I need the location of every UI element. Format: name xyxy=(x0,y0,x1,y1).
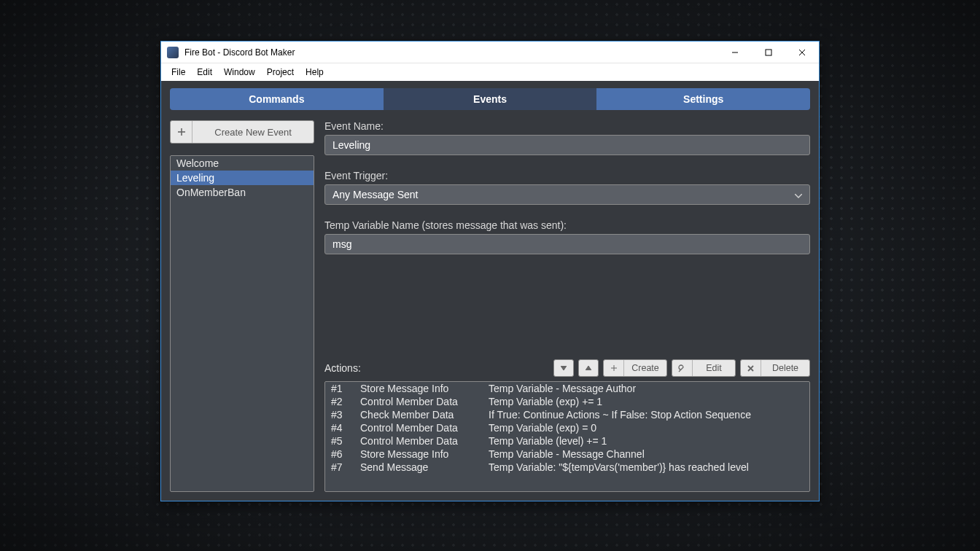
event-list: WelcomeLevelingOnMemberBan xyxy=(170,155,314,492)
action-row-detail: Temp Variable (level) += 1 xyxy=(489,435,809,447)
action-row-detail: If True: Continue Actions ~ If False: St… xyxy=(489,409,809,421)
action-row[interactable]: #7Send MessageTemp Variable: "${tempVars… xyxy=(325,461,809,474)
sidebar: Create New Event WelcomeLevelingOnMember… xyxy=(170,120,314,492)
action-row[interactable]: #4Control Member DataTemp Variable (exp)… xyxy=(325,421,809,434)
action-row-number: #4 xyxy=(325,422,360,434)
temp-var-value: msg xyxy=(332,238,351,250)
app-body: Commands Events Settings Create New Even… xyxy=(161,81,819,501)
action-row-name: Control Member Data xyxy=(360,435,489,447)
action-row-detail: Temp Variable (exp) = 0 xyxy=(489,422,809,434)
menu-help[interactable]: Help xyxy=(300,66,330,79)
titlebar: Fire Bot - Discord Bot Maker xyxy=(161,42,819,63)
menu-project[interactable]: Project xyxy=(261,66,300,79)
tab-commands[interactable]: Commands xyxy=(170,88,384,110)
action-row-number: #2 xyxy=(325,396,360,407)
action-row-name: Store Message Info xyxy=(360,383,489,394)
create-new-event-label: Create New Event xyxy=(192,127,314,138)
maximize-button[interactable] xyxy=(752,42,785,63)
action-row-detail: Temp Variable - Message Channel xyxy=(489,448,809,460)
action-row-detail: Temp Variable (exp) += 1 xyxy=(489,396,809,407)
tab-settings[interactable]: Settings xyxy=(596,88,810,110)
action-move-down-button[interactable] xyxy=(553,359,574,377)
tab-events[interactable]: Events xyxy=(384,88,597,110)
event-list-item[interactable]: Leveling xyxy=(171,171,314,185)
action-row-name: Control Member Data xyxy=(360,422,489,434)
action-row[interactable]: #1Store Message InfoTemp Variable - Mess… xyxy=(325,382,809,395)
action-row-number: #3 xyxy=(325,409,360,421)
event-trigger-label: Event Trigger: xyxy=(324,170,810,181)
close-icon xyxy=(741,360,761,376)
action-create-button[interactable]: Create xyxy=(603,359,667,377)
action-row-number: #7 xyxy=(325,461,360,473)
action-row[interactable]: #6Store Message InfoTemp Variable - Mess… xyxy=(325,448,809,461)
svg-marker-7 xyxy=(586,366,591,370)
menu-edit[interactable]: Edit xyxy=(191,66,218,79)
event-editor: Event Name: Leveling Event Trigger: Any … xyxy=(324,120,810,492)
action-row-detail: Temp Variable: "${tempVars('member')} ha… xyxy=(489,461,809,473)
temp-var-label: Temp Variable Name (stores message that … xyxy=(324,219,810,231)
create-new-event-button[interactable]: Create New Event xyxy=(170,120,314,144)
event-list-item[interactable]: OnMemberBan xyxy=(171,185,314,200)
action-edit-button[interactable]: Edit xyxy=(672,359,736,377)
actions-table[interactable]: #1Store Message InfoTemp Variable - Mess… xyxy=(324,381,810,492)
event-name-input[interactable]: Leveling xyxy=(324,135,810,155)
action-row-detail: Temp Variable - Message Author xyxy=(489,383,809,394)
action-row-name: Send Message xyxy=(360,461,489,473)
action-create-label: Create xyxy=(624,363,666,373)
action-delete-label: Delete xyxy=(761,363,809,373)
action-row-name: Store Message Info xyxy=(360,448,489,460)
action-row-name: Control Member Data xyxy=(360,396,489,407)
action-delete-button[interactable]: Delete xyxy=(740,359,810,377)
action-edit-label: Edit xyxy=(693,363,735,373)
app-icon xyxy=(167,47,179,58)
window-title: Fire Bot - Discord Bot Maker xyxy=(184,47,295,58)
event-trigger-select[interactable]: Any Message Sent xyxy=(324,184,810,205)
menu-window[interactable]: Window xyxy=(218,66,261,79)
action-row[interactable]: #2Control Member DataTemp Variable (exp)… xyxy=(325,395,809,408)
event-name-value: Leveling xyxy=(332,139,370,151)
action-row-number: #6 xyxy=(325,448,360,460)
action-row[interactable]: #3Check Member DataIf True: Continue Act… xyxy=(325,408,809,421)
wrench-icon xyxy=(672,360,693,376)
action-row-number: #5 xyxy=(325,435,360,447)
actions-header: Actions: Create xyxy=(324,359,810,377)
close-button[interactable] xyxy=(785,42,819,63)
menu-file[interactable]: File xyxy=(166,66,191,79)
menubar: File Edit Window Project Help xyxy=(161,63,819,81)
main-tabs: Commands Events Settings xyxy=(170,88,810,110)
plus-icon xyxy=(604,360,624,376)
app-window: Fire Bot - Discord Bot Maker File Edit W… xyxy=(160,41,820,501)
action-row-name: Check Member Data xyxy=(360,409,489,421)
action-row-number: #1 xyxy=(325,383,360,394)
svg-rect-1 xyxy=(766,50,771,55)
actions-label: Actions: xyxy=(324,362,553,374)
action-move-up-button[interactable] xyxy=(578,359,599,377)
event-name-label: Event Name: xyxy=(324,120,810,132)
event-trigger-value: Any Message Sent xyxy=(332,189,419,200)
minimize-button[interactable] xyxy=(718,42,752,63)
plus-icon xyxy=(171,121,192,143)
temp-var-input[interactable]: msg xyxy=(324,234,810,254)
event-list-item[interactable]: Welcome xyxy=(171,156,314,171)
svg-marker-6 xyxy=(561,366,567,370)
action-row[interactable]: #5Control Member DataTemp Variable (leve… xyxy=(325,434,809,448)
chevron-down-icon xyxy=(795,189,802,200)
